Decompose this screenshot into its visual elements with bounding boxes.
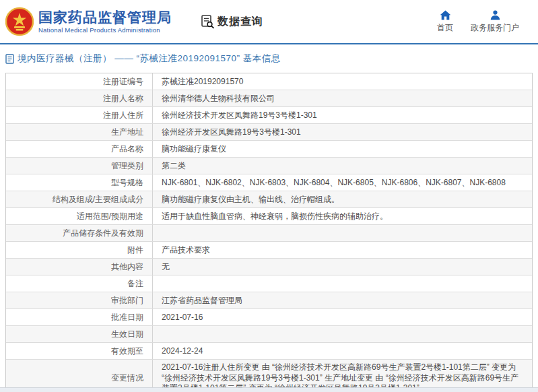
breadcrumb: 境内医疗器械（注册） —— “苏械注准20192091570” 基本信息	[0, 44, 538, 71]
data-query-nav[interactable]: 数据查询	[200, 14, 263, 29]
row-value: 第二类	[153, 158, 532, 174]
table-row: 结构及组成/主要组成成分脑功能磁疗康复仪由主机、输出线、治疗帽组成。	[6, 191, 532, 208]
row-value	[153, 275, 532, 292]
row-label: 注册人住所	[6, 107, 153, 123]
table-row: 注册人住所徐州经济技术开发区凤舞路19号3号楼1-301	[6, 107, 532, 124]
table-row: 审批部门江苏省药品监督管理局	[6, 292, 532, 309]
user-icon	[490, 10, 500, 20]
nav-gov-portal[interactable]: 政务服务门户	[471, 10, 519, 34]
row-label: 管理类别	[6, 158, 153, 174]
table-row: 注册证编号苏械注准20192091570	[6, 73, 532, 90]
row-value: 2021-07-16	[153, 309, 532, 325]
nav-gov-portal-label: 政务服务门户	[471, 22, 519, 34]
table-row: 生产地址徐州经济开发区凤舞路19号3号楼1-301	[6, 124, 532, 141]
data-query-label: 数据查询	[217, 15, 263, 29]
table-row: 产品储存条件及有效期	[6, 225, 532, 242]
row-value: 徐州清华德人生物科技有限公司	[153, 90, 532, 106]
row-value: 徐州经济技术开发区凤舞路19号3号楼1-301	[153, 107, 532, 123]
row-label: 结构及组成/主要组成成分	[6, 191, 153, 207]
row-label: 适用范围/预期用途	[6, 208, 153, 224]
footer-strip	[0, 387, 538, 392]
table-row: 附件产品技术要求	[6, 242, 532, 259]
national-emblem-icon	[5, 7, 34, 36]
row-value: 江苏省药品监督管理局	[153, 292, 532, 308]
table-row: 管理类别第二类	[6, 158, 532, 174]
page-icon	[5, 54, 14, 64]
row-value: 产品技术要求	[153, 242, 532, 258]
row-value: 无	[153, 259, 532, 275]
site-title: 国家药品监督管理局	[38, 9, 172, 26]
row-label: 生产地址	[6, 124, 153, 140]
row-value: NJK-6801、NJK-6802、NJK-6803、NJK-6804、NJK-…	[153, 174, 532, 191]
site-logo: 国家药品监督管理局 National Medical Products Admi…	[5, 7, 172, 36]
home-icon	[440, 10, 451, 20]
row-label: 型号规格	[6, 174, 153, 191]
row-label: 产品储存条件及有效期	[6, 225, 153, 241]
row-value: 苏械注准20192091570	[153, 73, 532, 90]
row-label: 批准日期	[6, 309, 153, 325]
table-row: 生效日期	[6, 326, 532, 343]
table-row: 有效期至2024-12-24	[6, 343, 532, 360]
table-row: 其他内容无	[6, 259, 532, 275]
row-value: 2024-12-24	[153, 343, 532, 359]
row-value: 徐州经济开发区凤舞路19号3号楼1-301	[153, 124, 532, 140]
site-subtitle: National Medical Products Administration	[38, 26, 172, 34]
row-value	[153, 225, 532, 241]
row-label: 注册人名称	[6, 90, 153, 106]
registration-info-table: 注册证编号苏械注准20192091570 注册人名称徐州清华德人生物科技有限公司…	[5, 73, 533, 392]
row-label: 生效日期	[6, 326, 153, 342]
row-label: 审批部门	[6, 292, 153, 308]
table-row: 备注	[6, 275, 532, 292]
row-value: 脑功能磁疗康复仪由主机、输出线、治疗帽组成。	[153, 191, 532, 207]
row-label: 有效期至	[6, 343, 153, 359]
table-row: 产品名称脑功能磁疗康复仪	[6, 141, 532, 158]
site-header: 国家药品监督管理局 National Medical Products Admi…	[0, 0, 538, 44]
row-label: 注册证编号	[6, 73, 153, 90]
row-label: 备注	[6, 275, 153, 292]
table-row: 批准日期2021-07-16	[6, 309, 532, 326]
nav-home-label: 首页	[437, 22, 453, 34]
row-label: 其他内容	[6, 259, 153, 275]
row-label: 产品名称	[6, 141, 153, 157]
row-value: 适用于缺血性脑血管病、神经衰弱，脑损伤性疾病的辅助治疗。	[153, 208, 532, 224]
breadcrumb-text: 境内医疗器械（注册） —— “苏械注准20192091570” 基本信息	[18, 53, 281, 65]
row-value: 脑功能磁疗康复仪	[153, 141, 532, 157]
table-row: 注册人名称徐州清华德人生物科技有限公司	[6, 90, 532, 107]
document-search-icon	[200, 14, 215, 29]
table-row: 型号规格NJK-6801、NJK-6802、NJK-6803、NJK-6804、…	[6, 174, 532, 191]
table-row: 适用范围/预期用途适用于缺血性脑血管病、神经衰弱，脑损伤性疾病的辅助治疗。	[6, 208, 532, 225]
row-value	[153, 326, 532, 342]
nav-home[interactable]: 首页	[437, 10, 453, 34]
row-label: 附件	[6, 242, 153, 258]
